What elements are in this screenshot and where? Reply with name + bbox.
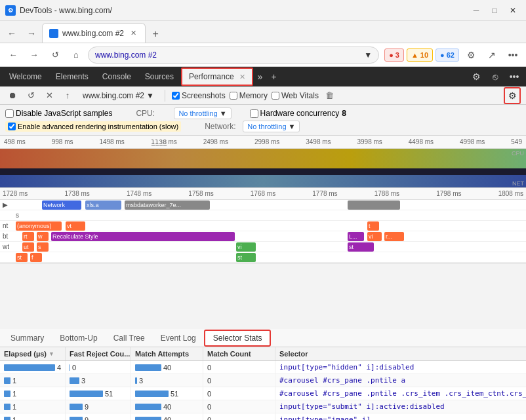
tab-selector-stats[interactable]: Selector Stats [204,330,272,347]
tab-performance[interactable]: Performance ✕ [181,67,253,86]
th-match-attempts[interactable]: Match Attempts [131,347,203,360]
tab-performance-close[interactable]: ✕ [239,73,245,81]
forward-button[interactable]: → [22,24,41,43]
flame-mark-0: 1728 ms [3,190,28,197]
td-elapsed: 1 [0,413,66,420]
bar-st2[interactable]: st [16,253,28,262]
network-throttle-button[interactable]: No throttling ▼ [243,121,300,132]
back-nav-button[interactable]: ← [4,46,22,64]
reload-button[interactable]: ↺ [46,46,64,64]
trash-button[interactable]: 🗑 [323,88,337,103]
clear-recording-button[interactable]: ✕ [42,88,56,103]
timeline-overview[interactable]: 498 ms 998 ms 1498 ms 1̲1̲3̲8̲ ms 2498 m… [0,136,526,188]
tab-call-tree[interactable]: Call Tree [106,330,153,347]
minimize-button[interactable]: ─ [468,4,484,17]
back-button[interactable]: ← [3,24,21,43]
bar-f[interactable]: f [30,253,42,262]
tab-console[interactable]: Console [96,67,138,86]
info-icon: ● [440,51,445,59]
maximize-button[interactable]: □ [487,4,502,17]
tab-event-log[interactable]: Event Log [153,330,204,347]
tab-welcome[interactable]: Welcome [3,67,49,86]
bar-net-right[interactable] [348,200,400,210]
th-match-count[interactable]: Match Count [203,347,275,360]
home-button[interactable]: ⌂ [67,46,85,64]
url-selector[interactable]: www.bing.com #2 ▼ [79,90,158,102]
webvitals-checkbox-label[interactable]: Web Vitals [272,91,319,100]
memory-checkbox-label[interactable]: Memory [230,91,268,100]
flame-chart[interactable]: 1728 ms 1738 ms 1748 ms 1758 ms 1768 ms … [0,188,526,263]
table-row[interactable]: 151510#carousel #crs_pane .pntile .crs_i… [0,387,526,400]
hardware-checkbox-label[interactable]: Hardware concurrency [250,109,340,118]
bar-l[interactable]: L... [348,232,364,241]
advanced-rendering-label[interactable]: Enable advanced rendering instrumentatio… [5,121,181,132]
error-badge[interactable]: ● 3 [384,48,404,62]
webvitals-checkbox[interactable] [272,92,279,100]
bar-xls[interactable]: xls.a [85,200,121,210]
bar-network[interactable]: Network [42,200,81,210]
bar-anonymous[interactable]: (anonymous) [16,221,62,231]
hardware-concurrency-label: Hardware concurrency 8 [250,109,346,118]
cpu-label-overlay: CPU [512,150,524,157]
table-row[interactable]: 40400input[type="hidden" i]:disabled [0,361,526,374]
tab-elements[interactable]: Elements [49,67,95,86]
bar-rt[interactable]: rt [22,232,34,241]
menu-button[interactable]: ••• [504,46,522,64]
bar-s[interactable]: s [37,242,49,252]
memory-checkbox[interactable] [230,92,237,100]
table-row[interactable]: 19400input[type="image" i] [0,413,526,420]
forward-nav-button[interactable]: → [25,46,43,64]
bar-st3[interactable]: st [236,253,256,262]
th-fast-reject[interactable]: Fast Reject Cou... [66,347,131,360]
disable-js-checkbox[interactable] [5,109,14,118]
close-button[interactable]: ✕ [505,4,521,17]
bar-w[interactable]: w [37,232,49,241]
timeline-content[interactable]: CPU NET [0,149,526,188]
warning-count: 10 [420,51,428,59]
expand-network[interactable]: ▶ [3,201,8,208]
label-bt: bt [3,233,8,240]
more-tabs-button[interactable]: » [254,71,267,82]
bar-st[interactable]: st [348,242,374,252]
tab-elements-label: Elements [56,72,89,81]
tab-summary[interactable]: Summary [3,330,52,347]
advanced-rendering-checkbox[interactable] [8,123,16,130]
screenshots-checkbox-label[interactable]: Screenshots [172,91,226,100]
bar-msb[interactable]: msbdataworker_7e... [125,200,210,210]
devtools-dock-button[interactable]: ⎋ [486,67,504,86]
devtools-settings-button[interactable]: ⚙ [467,67,485,86]
bar-vi[interactable]: vi [367,232,382,241]
cpu-throttle-button[interactable]: No throttling ▼ [174,107,231,119]
record-button[interactable]: ⏺ [5,88,20,103]
th-selector[interactable]: Selector [275,347,526,360]
screenshots-checkbox[interactable] [172,92,180,100]
disable-js-label[interactable]: Disable JavaScript samples [5,109,112,118]
tab-close-button[interactable]: ✕ [128,28,138,39]
upload-button[interactable]: ↑ [60,88,75,103]
new-tab-button[interactable]: + [147,26,164,43]
table-row[interactable]: 1330#carousel #crs_pane .pntile a [0,374,526,387]
bar-ut[interactable]: ut [22,242,34,252]
bar-r[interactable]: r... [384,232,404,241]
address-bar[interactable]: www.bing.com #2 ▼ [88,47,379,64]
info-badge[interactable]: ● 62 [435,48,459,62]
bar-t[interactable]: t [367,221,379,231]
tab-bottom-up[interactable]: Bottom-Up [52,330,105,347]
bar-recalc[interactable]: Recalculate Style [51,232,235,241]
browser-settings-button[interactable]: ⚙ [462,46,480,64]
perf-settings-button[interactable]: ⚙ [504,87,521,104]
browser-tab[interactable]: www.bing.com #2 ✕ [42,23,146,43]
table-row[interactable]: 19400input[type="submit" i]:active:disab… [0,400,526,413]
share-button[interactable]: ↗ [483,46,501,64]
stats-table[interactable]: Elapsed (µs) ▼ Fast Reject Cou... Match … [0,347,526,420]
devtools-more-button[interactable]: ••• [505,67,523,86]
th-elapsed[interactable]: Elapsed (µs) ▼ [0,347,66,360]
tab-sources[interactable]: Sources [138,67,180,86]
warning-badge[interactable]: ▲ 10 [407,48,433,62]
add-tab-button[interactable]: + [267,71,280,82]
bar-vi2[interactable]: vi [236,242,256,252]
bar-vt[interactable]: vt [66,221,85,231]
td-match-attempts: 40 [131,400,203,413]
hardware-checkbox[interactable] [250,109,258,118]
reload-record-button[interactable]: ↺ [24,88,38,103]
